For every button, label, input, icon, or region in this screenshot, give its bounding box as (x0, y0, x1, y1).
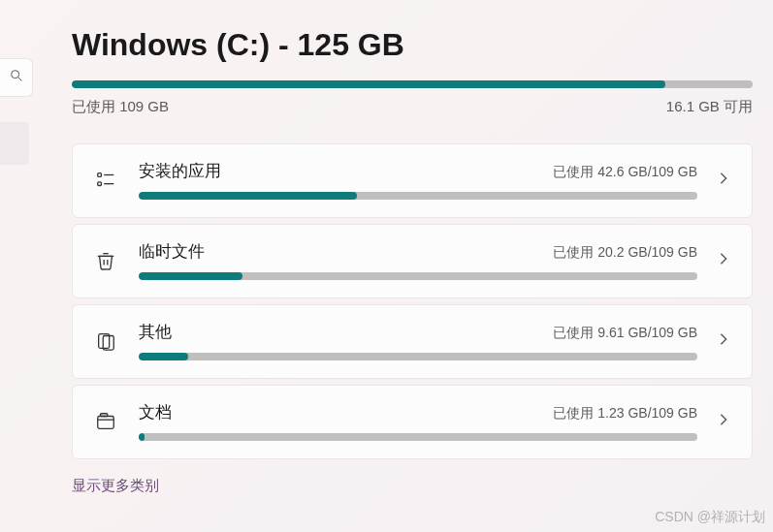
category-temp-files[interactable]: 临时文件 已使用 20.2 GB/109 GB (72, 224, 753, 298)
other-icon (94, 329, 117, 353)
category-list: 安装的应用 已使用 42.6 GB/109 GB 临时文件 已使用 20.2 G… (72, 143, 753, 459)
category-title: 安装的应用 (139, 160, 221, 182)
sidebar-stub (0, 122, 29, 165)
apps-icon (94, 169, 117, 192)
category-title: 文档 (139, 401, 172, 423)
category-other[interactable]: 其他 已使用 9.61 GB/109 GB (72, 304, 753, 379)
watermark: CSDN @祥源计划 (655, 509, 765, 526)
svg-point-0 (11, 71, 18, 78)
category-bar (139, 433, 697, 441)
category-bar (139, 272, 697, 280)
category-bar-fill (139, 433, 145, 441)
category-bar-fill (139, 272, 242, 280)
svg-rect-11 (98, 416, 114, 428)
drive-usage-bar (72, 80, 753, 88)
documents-icon (94, 410, 117, 433)
card-body: 临时文件 已使用 20.2 GB/109 GB (139, 240, 697, 280)
show-more-link[interactable]: 显示更多类别 (72, 477, 159, 495)
svg-rect-12 (101, 413, 108, 416)
search-icon (9, 68, 24, 87)
category-documents[interactable]: 文档 已使用 1.23 GB/109 GB (72, 385, 753, 459)
used-label: 已使用 109 GB (72, 98, 169, 116)
category-usage: 已使用 1.23 GB/109 GB (553, 405, 697, 422)
storage-content: Windows (C:) - 125 GB 已使用 109 GB 16.1 GB… (72, 0, 773, 495)
chevron-right-icon (719, 172, 732, 189)
chevron-right-icon (719, 413, 732, 430)
chevron-right-icon (719, 332, 732, 350)
drive-usage-row: 已使用 109 GB 16.1 GB 可用 (72, 98, 753, 116)
category-installed-apps[interactable]: 安装的应用 已使用 42.6 GB/109 GB (72, 143, 753, 218)
category-usage: 已使用 42.6 GB/109 GB (553, 164, 697, 181)
category-bar (139, 353, 697, 360)
category-usage: 已使用 9.61 GB/109 GB (553, 325, 697, 342)
category-bar (139, 192, 697, 200)
drive-title: Windows (C:) - 125 GB (72, 27, 754, 63)
category-bar-fill (139, 353, 188, 360)
svg-line-1 (18, 78, 21, 80)
free-label: 16.1 GB 可用 (666, 98, 753, 116)
drive-usage-bar-fill (72, 80, 665, 88)
category-title: 其他 (139, 321, 172, 343)
svg-rect-2 (98, 172, 102, 176)
search-button[interactable] (0, 58, 33, 97)
card-body: 其他 已使用 9.61 GB/109 GB (139, 321, 697, 360)
chevron-right-icon (719, 252, 732, 269)
card-body: 文档 已使用 1.23 GB/109 GB (139, 401, 697, 441)
category-title: 临时文件 (139, 240, 205, 263)
category-usage: 已使用 20.2 GB/109 GB (553, 244, 697, 262)
svg-rect-3 (98, 181, 102, 185)
category-bar-fill (139, 192, 357, 200)
card-body: 安装的应用 已使用 42.6 GB/109 GB (139, 160, 697, 200)
trash-icon (94, 249, 117, 272)
